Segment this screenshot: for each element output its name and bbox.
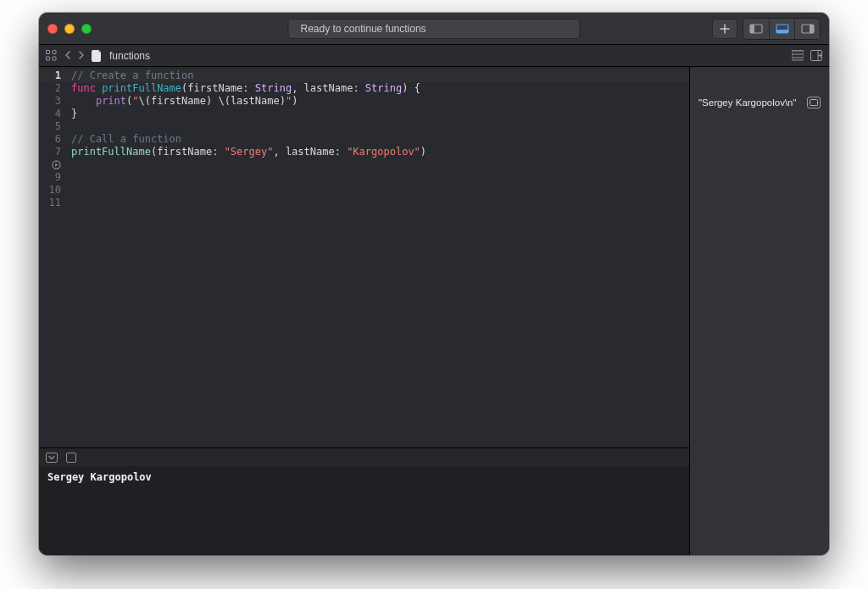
line-number: 9 xyxy=(39,171,61,184)
chevron-left-icon xyxy=(64,51,71,59)
svg-rect-7 xyxy=(53,51,56,54)
result-box-icon xyxy=(810,99,818,106)
play-icon xyxy=(52,160,61,169)
svg-rect-9 xyxy=(53,57,56,60)
result-row[interactable]: "Sergey Kargopolov\n" xyxy=(698,97,821,108)
debug-variables-button[interactable] xyxy=(66,453,76,463)
library-button[interactable] xyxy=(712,19,737,39)
line-number: 4 xyxy=(39,108,61,120)
line-number: 5 xyxy=(39,120,61,133)
code-line[interactable] xyxy=(71,120,426,133)
editor-pane: 123456791011 // Create a functionfunc pr… xyxy=(39,67,689,555)
lines-icon xyxy=(792,50,804,61)
nav-back-button[interactable] xyxy=(64,50,71,62)
svg-rect-10 xyxy=(792,50,804,60)
debug-bar xyxy=(39,447,689,466)
source-code[interactable]: // Create a functionfunc printFullName(f… xyxy=(66,67,426,447)
line-number: 3 xyxy=(39,95,61,108)
close-window-button[interactable] xyxy=(47,24,58,34)
svg-rect-3 xyxy=(776,30,788,33)
grid-icon xyxy=(46,50,58,61)
console-text: Sergey Kargopolov xyxy=(47,471,152,483)
nav-forward-button[interactable] xyxy=(78,50,85,62)
jump-bar: functions xyxy=(39,45,829,67)
toggle-bottom-panel-button[interactable] xyxy=(769,19,794,39)
related-items-button[interactable] xyxy=(46,50,58,61)
svg-rect-14 xyxy=(67,453,76,462)
jump-bar-filename[interactable]: functions xyxy=(109,50,150,62)
toggle-right-panel-button[interactable] xyxy=(794,19,820,39)
right-panel-icon xyxy=(801,24,815,34)
activity-status-bar[interactable]: Ready to continue functions xyxy=(288,19,581,39)
zoom-window-button[interactable] xyxy=(81,24,92,34)
plus-icon xyxy=(720,24,730,34)
panel-toggle-group xyxy=(743,18,821,40)
results-sidebar: "Sergey Kargopolov\n" xyxy=(689,67,829,555)
svg-rect-6 xyxy=(47,51,50,54)
result-value: "Sergey Kargopolov\n" xyxy=(698,97,797,108)
line-number: 6 xyxy=(39,133,61,146)
xcode-window: Ready to continue functions xyxy=(39,13,829,555)
debug-filter-button[interactable] xyxy=(46,453,58,463)
line-number: 1 xyxy=(39,69,61,82)
add-pane-icon xyxy=(810,50,822,61)
line-gutter: 123456791011 xyxy=(39,67,66,447)
console-output[interactable]: Sergey Kargopolov xyxy=(39,466,689,555)
code-line[interactable]: } xyxy=(71,108,426,120)
run-line-button[interactable] xyxy=(39,158,61,171)
svg-rect-8 xyxy=(47,57,50,60)
add-editor-button[interactable] xyxy=(810,50,822,61)
line-number: 2 xyxy=(39,82,61,95)
code-line[interactable] xyxy=(71,197,426,209)
code-area[interactable]: 123456791011 // Create a functionfunc pr… xyxy=(39,67,689,447)
chevron-down-box-icon xyxy=(46,453,58,463)
code-line[interactable]: func printFullName(firstName: String, la… xyxy=(71,82,426,95)
editor-body: 123456791011 // Create a functionfunc pr… xyxy=(39,67,829,555)
code-line[interactable]: // Create a function xyxy=(71,69,426,82)
show-items-button[interactable] xyxy=(792,50,804,61)
swift-file-icon xyxy=(92,50,103,62)
line-number: 7 xyxy=(39,146,61,158)
bottom-panel-icon xyxy=(776,24,789,34)
line-number: 11 xyxy=(39,197,61,209)
square-icon xyxy=(66,453,76,463)
svg-rect-15 xyxy=(810,100,818,106)
titlebar: Ready to continue functions xyxy=(39,13,829,45)
code-line[interactable]: // Call a function xyxy=(71,133,426,146)
code-line[interactable]: printFullName(firstName: "Sergey", lastN… xyxy=(71,146,426,158)
left-panel-icon xyxy=(749,24,763,34)
file-type-icon xyxy=(92,49,103,62)
code-line[interactable] xyxy=(71,171,426,184)
activity-status-text: Ready to continue functions xyxy=(301,23,426,35)
traffic-lights xyxy=(47,24,92,34)
chevron-right-icon xyxy=(78,51,85,59)
minimize-window-button[interactable] xyxy=(64,24,75,34)
titlebar-right-controls xyxy=(712,18,821,40)
toggle-left-panel-button[interactable] xyxy=(743,19,769,39)
svg-rect-13 xyxy=(47,453,58,462)
svg-rect-5 xyxy=(810,25,814,33)
code-line[interactable]: print("\(firstName) \(lastName)") xyxy=(71,95,426,108)
line-number: 10 xyxy=(39,184,61,197)
code-line[interactable] xyxy=(71,184,426,197)
quicklook-button[interactable] xyxy=(807,97,821,108)
svg-rect-1 xyxy=(750,25,754,33)
code-line[interactable] xyxy=(71,158,426,171)
